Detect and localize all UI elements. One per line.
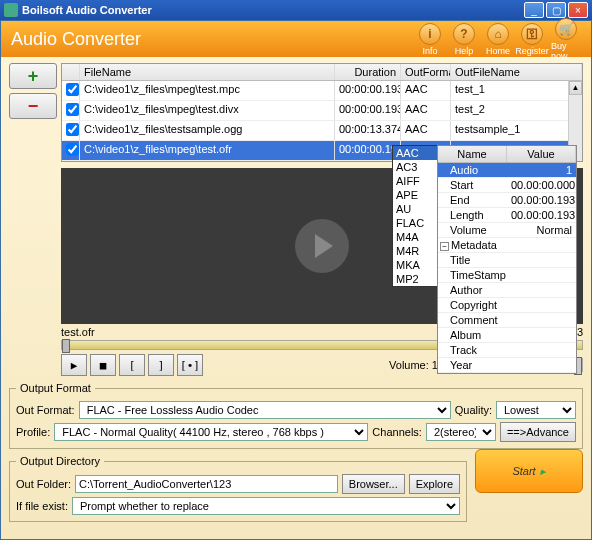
metadata-row[interactable]: Track — [438, 343, 576, 358]
info-button[interactable]: iInfo — [415, 23, 445, 56]
cell-filename: C:\video1\z_files\mpeg\test.ofr — [80, 141, 335, 160]
start-button[interactable]: Start▸ — [475, 449, 583, 493]
metadata-row[interactable]: Title — [438, 253, 576, 268]
help-button[interactable]: ?Help — [449, 23, 479, 56]
format-option[interactable]: M4A — [393, 230, 437, 244]
table-row[interactable]: C:\video1\z_files\mpeg\test.mpc 00:00:00… — [62, 81, 582, 101]
key-icon: ⚿ — [521, 23, 543, 45]
format-option[interactable]: AAC — [393, 146, 437, 160]
col-outformat[interactable]: OutFormat — [401, 64, 451, 80]
play-button[interactable]: ▶ — [61, 354, 87, 376]
channels-label: Channels: — [372, 426, 422, 438]
register-button[interactable]: ⚿Register — [517, 23, 547, 56]
stop-button[interactable]: ■ — [90, 354, 116, 376]
col-filename[interactable]: FileName — [80, 64, 335, 80]
range-button[interactable]: [•] — [177, 354, 203, 376]
format-option[interactable]: MKA — [393, 258, 437, 272]
seek-thumb[interactable] — [62, 339, 70, 353]
quality-label: Quality: — [455, 404, 492, 416]
property-row[interactable]: Audio1 — [438, 163, 576, 178]
property-row[interactable]: Start00.00:00.000 — [438, 178, 576, 193]
app-title: Audio Converter — [11, 29, 411, 50]
mark-out-button[interactable]: ] — [148, 354, 174, 376]
format-option[interactable]: FLAC — [393, 216, 437, 230]
explore-button[interactable]: Explore — [409, 474, 460, 494]
table-row[interactable]: C:\video1\z_files\mpeg\test.divx 00:00:0… — [62, 101, 582, 121]
profile-label: Profile: — [16, 426, 50, 438]
titlebar: Boilsoft Audio Converter _ ▢ × — [0, 0, 592, 20]
cell-outfilename[interactable]: test_1 — [451, 81, 582, 100]
output-format-legend: Output Format — [16, 382, 95, 394]
cell-outfilename[interactable]: test_2 — [451, 101, 582, 120]
outformat-dropdown[interactable]: AACAC3AIFFAPEAUFLACM4AM4RMKAMP2 — [392, 145, 438, 287]
output-format-group: Output Format Out Format: FLAC - Free Lo… — [9, 382, 583, 449]
property-row[interactable]: Length00.00:00.193 — [438, 208, 576, 223]
format-option[interactable]: APE — [393, 188, 437, 202]
maximize-button[interactable]: ▢ — [546, 2, 566, 18]
metadata-row[interactable]: Copyright — [438, 298, 576, 313]
col-outfilename[interactable]: OutFileName — [451, 64, 582, 80]
out-format-select[interactable]: FLAC - Free Lossless Audio Codec — [79, 401, 451, 419]
format-option[interactable]: AC3 — [393, 160, 437, 174]
metadata-row[interactable]: Album — [438, 328, 576, 343]
info-icon: i — [419, 23, 441, 45]
quality-select[interactable]: Lowest — [496, 401, 576, 419]
format-option[interactable]: AIFF — [393, 174, 437, 188]
channels-select[interactable]: 2(stereo) — [426, 423, 496, 441]
mark-in-button[interactable]: [ — [119, 354, 145, 376]
home-button[interactable]: ⌂Home — [483, 23, 513, 56]
cart-icon: 🛒 — [555, 18, 577, 40]
format-option[interactable]: M4R — [393, 244, 437, 258]
play-preview-button[interactable] — [295, 219, 349, 273]
row-checkbox[interactable] — [66, 103, 79, 116]
row-checkbox[interactable] — [66, 123, 79, 136]
cell-duration: 00:00:13.374 — [335, 121, 401, 140]
row-checkbox[interactable] — [66, 143, 79, 156]
property-row[interactable]: End00.00:00.193 — [438, 193, 576, 208]
close-button[interactable]: × — [568, 2, 588, 18]
format-option[interactable]: AU — [393, 202, 437, 216]
metadata-group[interactable]: −Metadata — [438, 238, 576, 253]
header: Audio Converter iInfo ?Help ⌂Home ⚿Regis… — [1, 21, 591, 57]
cell-duration: 00:00:00.193 — [335, 101, 401, 120]
app-icon — [4, 3, 18, 17]
metadata-row[interactable]: Comment — [438, 313, 576, 328]
add-file-button[interactable]: + — [9, 63, 57, 89]
metadata-row[interactable]: TimeStamp — [438, 268, 576, 283]
out-format-label: Out Format: — [16, 404, 75, 416]
property-row[interactable]: VolumeNormal — [438, 223, 576, 238]
format-option[interactable]: MP2 — [393, 272, 437, 286]
prop-header-value[interactable]: Value — [507, 146, 576, 162]
cell-outformat[interactable]: AAC — [401, 101, 451, 120]
cell-filename: C:\video1\z_files\mpeg\test.divx — [80, 101, 335, 120]
help-icon: ? — [453, 23, 475, 45]
table-row[interactable]: C:\video1\z_files\testsample.ogg 00:00:1… — [62, 121, 582, 141]
start-arrow-icon: ▸ — [540, 465, 546, 478]
prop-header-name[interactable]: Name — [438, 146, 507, 162]
buy-button[interactable]: 🛒Buy now — [551, 18, 581, 61]
cell-filename: C:\video1\z_files\testsample.ogg — [80, 121, 335, 140]
col-duration[interactable]: Duration — [335, 64, 401, 80]
window-title: Boilsoft Audio Converter — [22, 4, 522, 16]
advance-button[interactable]: ==>Advance — [500, 422, 576, 442]
home-icon: ⌂ — [487, 23, 509, 45]
profile-select[interactable]: FLAC - Normal Quality( 44100 Hz, stereo … — [54, 423, 368, 441]
out-folder-input[interactable] — [75, 475, 338, 493]
cell-outformat[interactable]: AAC — [401, 121, 451, 140]
scroll-up-icon[interactable]: ▲ — [569, 81, 582, 95]
play-icon — [315, 234, 333, 258]
browse-button[interactable]: Browser... — [342, 474, 405, 494]
col-check[interactable] — [62, 64, 80, 80]
cell-outformat[interactable]: AAC — [401, 81, 451, 100]
row-checkbox[interactable] — [66, 83, 79, 96]
output-directory-group: Output Directory Out Folder: Browser... … — [9, 455, 467, 522]
metadata-row[interactable]: Year — [438, 358, 576, 373]
minimize-button[interactable]: _ — [524, 2, 544, 18]
remove-file-button[interactable]: − — [9, 93, 57, 119]
out-folder-label: Out Folder: — [16, 478, 71, 490]
metadata-row[interactable]: Author — [438, 283, 576, 298]
cell-duration: 00:00:00.193 — [335, 81, 401, 100]
cell-outfilename[interactable]: testsample_1 — [451, 121, 582, 140]
collapse-icon[interactable]: − — [440, 242, 449, 251]
if-exist-select[interactable]: Prompt whether to replace — [72, 497, 460, 515]
